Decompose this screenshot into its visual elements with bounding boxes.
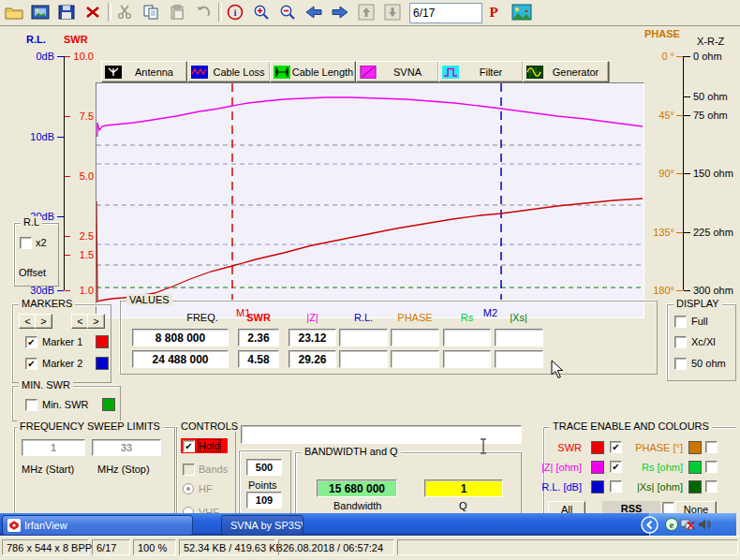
save-icon[interactable] [54,1,79,23]
m1-swr-field[interactable]: 2.36 [238,329,279,346]
back-icon[interactable] [302,1,326,23]
open-folder-icon[interactable] [2,1,26,23]
swr-tick-label: 1.5 [66,249,94,260]
page-number-input[interactable] [409,3,482,23]
trace-swr-swatch[interactable] [591,441,604,454]
nav-cable-loss-button[interactable]: Cable Loss [187,61,271,82]
trace-z-swatch[interactable] [591,461,604,474]
points-109-field[interactable]: 109 [246,492,282,508]
down-icon [380,1,405,23]
marker2-next-button[interactable]: > [87,314,105,329]
bands-checkbox [183,464,195,476]
markers-title: MARKERS [19,298,75,309]
ohm-tick [684,173,690,174]
points-label: Points [248,479,277,491]
trace-phase-checkbox[interactable] [705,441,718,453]
nav-antenna-button[interactable]: Antenna [101,61,187,82]
marker2-checkbox[interactable]: ✔ [25,358,37,370]
taskbar-svna-button[interactable]: SVNA by SP3SWJ - S... [221,515,303,536]
slideshow-icon[interactable] [28,1,52,23]
freq-stop-field[interactable]: 33 [92,439,161,456]
trace-xs-swatch[interactable] [688,480,702,494]
marker1-checkbox[interactable]: ✔ [25,336,37,348]
trace-rs-checkbox[interactable] [705,461,718,473]
display-xcxl-checkbox[interactable] [674,336,687,348]
trace-z-checkbox[interactable]: ✔ [610,461,622,473]
mouse-cursor [551,360,564,379]
freq-start-label: MHz (Start) [22,464,74,475]
forward-icon[interactable] [328,1,352,23]
marker1-next-button[interactable]: > [35,314,52,329]
antivirus-e-icon[interactable]: e [665,518,678,531]
phase-tick-label: 135° [641,227,674,238]
swr-tick-label: 1.0 [66,285,94,296]
svg-text:i: i [233,7,236,18]
taskbar-irfanview-button[interactable]: IrfanView [2,515,193,536]
m1-z-field[interactable]: 23.12 [289,329,336,346]
trace-swr-checkbox[interactable]: ✔ [610,441,622,453]
q-field[interactable]: 1 [424,479,503,497]
offset-label: Offset [19,267,46,278]
nav-cable-length-button[interactable]: Cable Length [270,61,356,82]
display-50ohm-checkbox[interactable] [674,358,687,370]
values-header-rl: R.L. [339,312,388,323]
cable-loss-icon [191,66,208,79]
marker1-color-swatch[interactable] [96,335,109,348]
min-swr-checkbox[interactable] [25,399,37,411]
delete-icon[interactable] [81,1,105,23]
m1-phase-field[interactable] [391,329,439,346]
network-offline-icon[interactable] [680,518,696,531]
trace-rl-label: R.L. [dB] [535,481,582,493]
x2-checkbox[interactable] [20,237,32,249]
collapse-arrow-icon[interactable] [641,516,659,534]
m2-z-field[interactable]: 29.26 [289,350,336,368]
m2-phase-field[interactable] [391,350,439,368]
zoom-in-icon[interactable] [249,1,274,23]
freq-start-field[interactable]: 1 [22,439,85,456]
trace-xs-checkbox[interactable] [705,480,718,493]
min-swr-color-swatch[interactable] [102,398,115,411]
m1-freq-field[interactable]: 8 808 000 [132,329,229,346]
print-p-icon[interactable]: P [481,1,506,23]
trace-enable-title: TRACE ENABLE AND COLOURS [550,420,712,432]
m2-xs-field[interactable] [495,350,543,368]
display-full-label: Full [691,316,708,327]
m1-xs-field[interactable] [495,329,543,346]
marker1-label: Marker 1 [42,336,82,347]
bandwidth-field[interactable]: 15 680 000 [317,479,397,497]
copy-icon[interactable] [139,1,163,23]
volume-icon[interactable] [698,518,711,531]
toolbar-separator [218,3,222,22]
m2-swr-field[interactable]: 4.58 [238,350,279,368]
min-swr-label: Min. SWR [42,399,89,410]
trace-phase-swatch[interactable] [688,441,702,454]
m1-rs-field[interactable] [443,329,491,346]
chart-plot[interactable]: M1M2 [96,82,644,318]
swr-tick-label: 2.5 [66,230,94,242]
controls-group: CONTROLS ✔ Hold Bands HF VHF [176,427,236,514]
marker2-color-swatch[interactable] [96,357,109,370]
trace-rs-swatch[interactable] [688,461,702,474]
trace-rl-swatch[interactable] [591,480,604,494]
swr-axis-title: SWR [64,34,88,45]
nav-generator-button[interactable]: Generator [523,61,609,82]
hold-checkbox[interactable]: ✔ [183,440,195,452]
phase-axis-title: PHASE [644,28,680,39]
q-label: Q [459,500,467,511]
display-full-checkbox[interactable] [674,316,687,328]
m1-rl-field[interactable] [339,329,388,346]
nav-svna-button[interactable]: SVNA [356,61,439,82]
trace-rs-label: Rs [ohm] [627,462,683,473]
m2-rs-field[interactable] [443,350,491,368]
rl-tick-label: 0dB [19,51,54,62]
zoom-out-icon[interactable] [275,1,300,23]
nav-filter-button[interactable]: Filter [438,61,524,82]
swr-tick-label: 7.5 [66,111,94,122]
rl-offset-title: R.L [21,216,42,228]
wallpaper-icon[interactable] [510,1,534,23]
info-icon[interactable]: i [223,1,247,23]
m2-rl-field[interactable] [339,350,388,368]
points-500-field[interactable]: 500 [246,459,282,476]
m2-freq-field[interactable]: 24 488 000 [132,350,229,368]
freq-stop-label: MHz (Stop) [97,464,150,475]
